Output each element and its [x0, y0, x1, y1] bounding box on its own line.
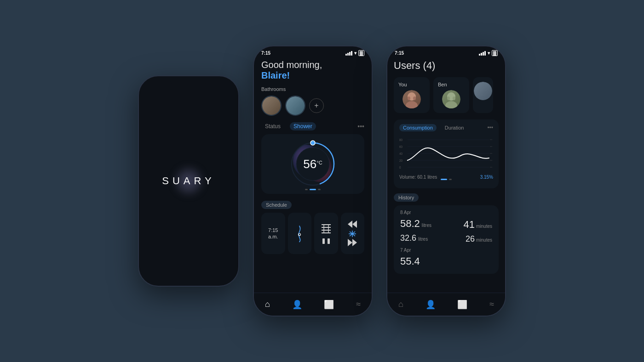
phone-splash: SUARY: [138, 75, 239, 287]
users-nav-home[interactable]: ⌂: [398, 300, 403, 309]
chart-more-icon[interactable]: •••: [487, 124, 493, 131]
user-avatar-you: [402, 90, 421, 108]
schedule-wave-card[interactable]: [288, 213, 312, 254]
status-icons: ▾ ▓: [345, 50, 364, 56]
notch: [170, 76, 207, 86]
schedule-bars-card[interactable]: [314, 213, 338, 254]
tab-status[interactable]: Status: [261, 122, 284, 130]
svg-marker-15: [352, 221, 357, 228]
svg-marker-16: [348, 221, 352, 228]
svg-marker-22: [352, 239, 357, 246]
nav-users[interactable]: 👤: [292, 300, 302, 310]
chart-dots: [399, 179, 493, 180]
splash-title: SUARY: [162, 175, 215, 187]
chart-dot-1: [441, 179, 447, 180]
schedule-controls-card[interactable]: [341, 213, 365, 254]
add-bathroom-button[interactable]: +: [309, 98, 324, 113]
users-wifi-icon: ▾: [488, 51, 490, 56]
bottom-nav-users: ⌂ 👤 ⬜ ≈: [387, 293, 505, 316]
user-avatar-ben: [442, 90, 460, 108]
user-card-ben[interactable]: Ben: [433, 77, 469, 113]
avatar-partial-img: [474, 82, 492, 100]
chart-dot-2: [449, 179, 452, 180]
avatar-you-img: [402, 90, 421, 108]
bathroom-1-img: [262, 96, 281, 115]
schedule-grid: 7:15 a.m.: [261, 213, 364, 254]
wave-icon: [294, 224, 305, 243]
schedule-time-card[interactable]: 7:15 a.m.: [261, 213, 285, 254]
temperature-value: 56: [303, 157, 316, 171]
bathrooms-row: +: [261, 96, 364, 116]
svg-text:20: 20: [399, 159, 402, 162]
svg-text:40: 40: [399, 152, 402, 155]
svg-point-30: [453, 96, 455, 100]
users-nav-share[interactable]: ⬜: [457, 300, 467, 310]
tab-shower[interactable]: Shower: [290, 122, 316, 130]
avatar-ben-img: [442, 90, 460, 108]
greeting: Good morning, Blaire!: [261, 58, 364, 81]
history-val-1: 58.2: [400, 218, 420, 230]
svg-text:80: 80: [399, 138, 402, 141]
forward-icon: [348, 239, 357, 246]
schedule-label: Schedule: [261, 201, 292, 209]
dot-3: [318, 189, 321, 190]
bottom-nav-main: ⌂ 👤 ⬜ ≈: [254, 293, 372, 316]
svg-point-4: [310, 141, 315, 145]
user-name-ben: Ben: [438, 82, 447, 87]
chart-svg: 80 60 40 20 0: [399, 135, 493, 172]
phone-users: 7:15 ▾ ▓ Users (4) You: [386, 45, 506, 317]
svg-text:0: 0: [399, 166, 401, 169]
user-card-you[interactable]: You: [394, 77, 430, 113]
chart-area: 80 60 40 20 0: [399, 135, 493, 172]
users-app-screen: Users (4) You Ben: [387, 58, 505, 304]
bathroom-2[interactable]: [285, 96, 305, 116]
history-unit-1: litres: [422, 223, 431, 228]
users-title: Users (4): [394, 58, 499, 72]
chart-tab-duration[interactable]: Duration: [441, 124, 468, 131]
pause-icon: [322, 238, 331, 244]
bathroom-1[interactable]: [261, 96, 282, 116]
history-row-1: 58.2 litres: [400, 218, 464, 230]
history-row-2: 32.6 litres: [400, 233, 466, 243]
users-row: You Ben: [394, 77, 499, 113]
chart-tabs: Consumption Duration •••: [399, 124, 493, 131]
svg-rect-13: [322, 238, 325, 244]
splash-screen: SUARY: [139, 76, 238, 286]
svg-text:60: 60: [399, 145, 402, 148]
users-nav-settings[interactable]: ≈: [489, 300, 494, 309]
svg-point-29: [447, 96, 450, 100]
nav-home[interactable]: ⌂: [265, 300, 270, 309]
chart-tab-consumption[interactable]: Consumption: [399, 124, 437, 131]
history-dur-2: 26: [466, 234, 475, 244]
svg-marker-21: [348, 239, 352, 246]
schedule-time: 7:15 a.m.: [268, 227, 278, 240]
phone-main: 7:15 ▾ ▓ Good morning, Blaire! Bathrooms: [253, 45, 373, 317]
temp-ring: 56 °C: [288, 139, 338, 189]
history-label: History: [394, 193, 419, 202]
notch-main: [294, 46, 331, 57]
signal-icon: [345, 51, 352, 56]
bathroom-2-img: [286, 96, 305, 115]
chart-section: Consumption Duration ••• 80 60 40 20: [394, 119, 499, 188]
nav-share[interactable]: ⬜: [324, 300, 334, 310]
temperature-unit: °C: [316, 160, 322, 165]
history-val-2: 32.6: [400, 233, 416, 243]
users-battery-icon: ▓: [492, 50, 498, 56]
users-nav-users[interactable]: 👤: [426, 300, 436, 310]
history-val-3: 55.4: [400, 255, 420, 267]
history-card: 8 Apr 58.2 litres 41 minutes 32.6 litres…: [394, 205, 499, 274]
battery-icon: ▓: [358, 50, 364, 56]
nav-settings[interactable]: ≈: [356, 300, 361, 309]
temperature-card: 56 °C: [261, 134, 364, 194]
svg-point-24: [406, 101, 418, 108]
history-row-3: 55.4: [400, 255, 492, 267]
wifi-icon: ▾: [354, 51, 356, 56]
svg-rect-14: [328, 238, 330, 244]
greeting-line1: Good morning,: [261, 60, 364, 70]
history-dur-1-unit: minutes: [476, 224, 492, 229]
users-status-time: 7:15: [395, 51, 404, 56]
user-avatar-partial: [474, 82, 492, 100]
tab-more-icon[interactable]: •••: [357, 123, 364, 130]
user-card-partial[interactable]: [473, 77, 493, 113]
notch-users: [428, 46, 465, 57]
